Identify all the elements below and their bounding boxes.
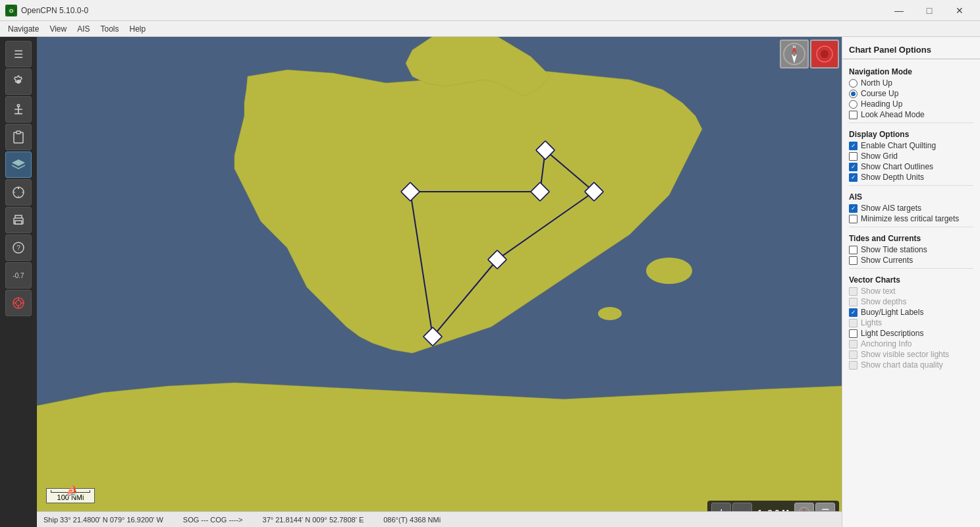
ais-section-title: AIS: [842, 188, 980, 203]
menu-navigate[interactable]: Navigate: [3, 23, 44, 35]
clipboard-button[interactable]: [5, 124, 32, 150]
settings-button[interactable]: [5, 69, 32, 95]
svg-point-2: [17, 105, 19, 107]
lights-row[interactable]: Lights: [842, 318, 980, 328]
depth-units-row[interactable]: Show Depth Units: [842, 172, 980, 182]
chart-quilting-label: Enable Chart Quilting: [861, 141, 936, 150]
nav-north-up-radio[interactable]: [849, 79, 858, 88]
compass-button[interactable]: [5, 179, 32, 206]
show-depths-checkbox[interactable]: [849, 298, 858, 306]
layers-button[interactable]: [5, 152, 32, 178]
anchor-button[interactable]: [5, 96, 32, 123]
show-currents-row[interactable]: Show Currents: [842, 255, 980, 265]
map-top-right-buttons: N: [780, 40, 839, 69]
minimize-ais-checkbox[interactable]: [849, 215, 858, 223]
chart-quality-row[interactable]: Show chart data quality: [842, 360, 980, 370]
minimize-ais-label: Minimize less critical targets: [861, 214, 959, 223]
titlebar: O OpenCPN 5.10.0-0 — □ ✕: [0, 0, 980, 21]
show-text-row[interactable]: Show text: [842, 286, 980, 296]
light-desc-checkbox[interactable]: [849, 329, 858, 338]
print-button[interactable]: [5, 207, 32, 233]
depth-button[interactable]: -0.7: [5, 262, 32, 289]
menu-ais[interactable]: AIS: [72, 23, 95, 35]
lights-checkbox[interactable]: [849, 319, 858, 327]
chart-quality-checkbox[interactable]: [849, 361, 858, 370]
show-tide-label: Show Tide stations: [861, 245, 927, 254]
show-tide-checkbox[interactable]: [849, 246, 858, 254]
nav-course-up-label: Course Up: [861, 89, 898, 98]
look-ahead-label: Look Ahead Mode: [861, 110, 925, 119]
anchoring-label: Anchoring Info: [861, 339, 912, 348]
sector-lights-row[interactable]: Show visible sector lights: [842, 349, 980, 360]
tides-section-title: Tides and Currents: [842, 230, 980, 244]
close-button[interactable]: ✕: [944, 0, 975, 21]
chart-quilting-row[interactable]: Enable Chart Quilting: [842, 140, 980, 151]
map-position: 37° 21.8144' N 009° 52.7808' E: [263, 516, 364, 524]
nav-course-up-radio[interactable]: [849, 90, 858, 98]
panel-title: Chart Panel Options: [842, 42, 980, 59]
buoy-light-row[interactable]: Buoy/Light Labels: [842, 307, 980, 318]
nav-heading-up-radio[interactable]: [849, 100, 858, 109]
divider-1: [849, 123, 973, 123]
show-depths-label: Show depths: [861, 297, 906, 306]
hamburger-menu-button[interactable]: ☰: [5, 41, 32, 67]
show-depths-row[interactable]: Show depths: [842, 296, 980, 307]
display-options-section-title: Display Options: [842, 126, 980, 140]
show-grid-label: Show Grid: [861, 152, 898, 161]
svg-point-24: [646, 258, 692, 284]
show-text-checkbox[interactable]: [849, 287, 858, 296]
depth-units-checkbox[interactable]: [849, 173, 858, 182]
sector-lights-checkbox[interactable]: [849, 350, 858, 359]
bearing-distance: 086°(T) 4368 NMi: [383, 516, 441, 524]
show-ais-row[interactable]: Show AIS targets: [842, 203, 980, 213]
show-currents-checkbox[interactable]: [849, 256, 858, 265]
chart-outlines-checkbox[interactable]: [849, 163, 858, 171]
map-container[interactable]: N 100 NMi ⛵ + − 1: 8.0 M: [37, 37, 842, 527]
minimize-button[interactable]: —: [884, 0, 914, 21]
window-controls: — □ ✕: [884, 0, 975, 21]
maximize-button[interactable]: □: [914, 0, 944, 21]
menu-tools[interactable]: Tools: [95, 23, 124, 35]
show-grid-row[interactable]: Show Grid: [842, 151, 980, 161]
statusbar: Ship 33° 21.4800' N 079° 16.9200' W SOG …: [37, 511, 842, 527]
compass-indicator[interactable]: N: [780, 40, 809, 69]
app-icon: O: [5, 5, 17, 16]
buoy-light-checkbox[interactable]: [849, 308, 858, 317]
life-ring-button[interactable]: [5, 290, 32, 316]
show-grid-checkbox[interactable]: [849, 152, 858, 161]
chart-quilting-checkbox[interactable]: [849, 142, 858, 150]
menu-help[interactable]: Help: [124, 23, 151, 35]
sog-cog: SOG --- COG ---->: [183, 516, 243, 524]
light-desc-row[interactable]: Light Descriptions: [842, 328, 980, 339]
light-desc-label: Light Descriptions: [861, 329, 923, 338]
nav-heading-up-label: Heading Up: [861, 99, 902, 109]
look-ahead-checkbox[interactable]: [849, 111, 858, 119]
chart-outlines-label: Show Chart Outlines: [861, 162, 933, 171]
chart-outlines-row[interactable]: Show Chart Outlines: [842, 161, 980, 172]
divider-3: [849, 227, 973, 227]
help-button[interactable]: ?: [5, 235, 32, 261]
show-tide-row[interactable]: Show Tide stations: [842, 244, 980, 255]
minimize-ais-row[interactable]: Minimize less critical targets: [842, 213, 980, 224]
svg-text:O: O: [9, 8, 13, 14]
nav-mode-section-title: Navigation Mode: [842, 63, 980, 78]
anchoring-checkbox[interactable]: [849, 340, 858, 348]
sector-lights-label: Show visible sector lights: [861, 350, 949, 359]
svg-rect-5: [16, 131, 20, 134]
show-ais-checkbox[interactable]: [849, 204, 858, 213]
look-ahead-row[interactable]: Look Ahead Mode: [842, 109, 980, 120]
menu-view[interactable]: View: [44, 23, 72, 35]
buoy-light-label: Buoy/Light Labels: [861, 308, 923, 317]
nav-heading-up-row[interactable]: Heading Up: [842, 99, 980, 109]
chart-quality-label: Show chart data quality: [861, 360, 943, 370]
svg-point-50: [821, 50, 829, 58]
anchoring-row[interactable]: Anchoring Info: [842, 339, 980, 349]
nav-north-up-label: North Up: [861, 78, 892, 88]
menubar: Navigate View AIS Tools Help: [0, 21, 980, 37]
nav-north-up-row[interactable]: North Up: [842, 78, 980, 88]
nav-course-up-row[interactable]: Course Up: [842, 88, 980, 99]
map-svg: [37, 37, 842, 527]
svg-rect-12: [15, 221, 22, 224]
ais-indicator[interactable]: [810, 40, 839, 69]
chart-panel-options: Chart Panel Options Navigation Mode Nort…: [842, 37, 980, 527]
